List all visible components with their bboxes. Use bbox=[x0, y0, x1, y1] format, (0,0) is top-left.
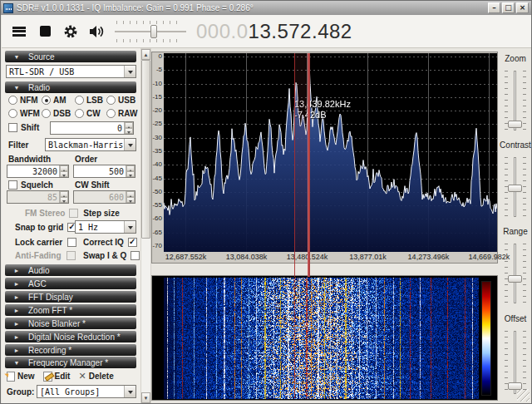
menu-button[interactable] bbox=[11, 22, 27, 41]
cw-shift-spinner[interactable] bbox=[126, 191, 135, 203]
mode-radio-am[interactable]: AM bbox=[42, 96, 66, 105]
edit-pencil-icon bbox=[43, 372, 52, 382]
settings-button[interactable] bbox=[62, 22, 79, 41]
stop-button[interactable] bbox=[37, 22, 53, 41]
titlebar[interactable]: SDR# v1.0.0.1331 - IQ Imbalance: Gain = … bbox=[1, 1, 531, 15]
chevron-down-icon[interactable] bbox=[124, 221, 135, 233]
mode-label: USB bbox=[118, 96, 135, 105]
mute-button[interactable] bbox=[88, 22, 105, 41]
delete-button[interactable]: ✕ Delete bbox=[78, 371, 113, 382]
correct-iq-checkbox[interactable] bbox=[128, 238, 137, 247]
new-button[interactable]: New bbox=[7, 372, 35, 382]
radio-icon[interactable] bbox=[42, 96, 51, 105]
chevron-down-icon[interactable] bbox=[124, 386, 135, 397]
offset-slider[interactable] bbox=[499, 331, 532, 394]
range-slider[interactable] bbox=[499, 244, 532, 303]
mode-radio-wfm[interactable]: WFM bbox=[8, 109, 40, 118]
panel-header-zoomfft[interactable]: ►Zoom FFT * bbox=[5, 304, 136, 316]
frequency-dim-digits[interactable]: 000.0 bbox=[196, 20, 249, 43]
panel-header-audio[interactable]: ►Audio bbox=[5, 264, 136, 276]
panel-header-agc[interactable]: ►AGC bbox=[5, 278, 136, 289]
mode-radio-cw[interactable]: CW bbox=[75, 109, 101, 118]
sidebar-scrollbar[interactable]: ▲ ▼ bbox=[140, 48, 151, 404]
radio-icon[interactable] bbox=[8, 96, 17, 105]
spectrum-plot[interactable]: 13,439.82kHz -7.42dB bbox=[164, 53, 497, 252]
mode-radio-lsb[interactable]: LSB bbox=[75, 96, 103, 105]
panel-header-fftdisplay[interactable]: ►FFT Display bbox=[5, 291, 136, 303]
bandwidth-label: Bandwidth bbox=[8, 155, 51, 164]
radio-icon[interactable] bbox=[106, 96, 116, 105]
mode-radio-raw[interactable]: RAW bbox=[106, 109, 137, 118]
close-button[interactable]: × bbox=[516, 2, 529, 13]
lock-carrier-label: Lock carrier bbox=[15, 238, 62, 247]
panel-header-radio[interactable]: ▼ Radio bbox=[5, 81, 136, 93]
stop-icon bbox=[40, 26, 51, 37]
mode-radio-usb[interactable]: USB bbox=[106, 96, 135, 105]
fm-stereo-checkbox[interactable] bbox=[69, 209, 78, 218]
filter-dropdown[interactable]: Blackman-Harris 4 bbox=[45, 138, 136, 151]
shift-spinner[interactable] bbox=[124, 122, 133, 134]
radio-icon[interactable] bbox=[75, 109, 84, 118]
squelch-checkbox[interactable] bbox=[8, 180, 17, 190]
slider-thumb[interactable] bbox=[508, 185, 522, 192]
tuned-frequency-line[interactable] bbox=[308, 53, 310, 277]
panel-header-recording[interactable]: ►Recording * bbox=[5, 344, 136, 356]
maximize-button[interactable]: □ bbox=[502, 2, 515, 13]
resize-grip[interactable] bbox=[517, 389, 530, 402]
swap-iq-checkbox[interactable] bbox=[131, 251, 140, 260]
spectrum-canvas[interactable] bbox=[164, 53, 497, 252]
shift-input[interactable]: 0 bbox=[50, 121, 134, 135]
chevron-down-icon[interactable] bbox=[124, 66, 135, 77]
slider-thumb[interactable] bbox=[508, 121, 522, 128]
bandwidth-input[interactable]: 32000 bbox=[7, 165, 69, 178]
cw-shift-input[interactable]: 600 bbox=[73, 190, 135, 204]
order-input[interactable]: 500 bbox=[73, 165, 135, 178]
volume-slider[interactable] bbox=[115, 21, 186, 42]
panel-label-source: Source bbox=[28, 52, 55, 62]
anti-fading-checkbox[interactable] bbox=[66, 251, 76, 260]
slider-thumb[interactable] bbox=[508, 275, 522, 283]
panel-label: FFT Display bbox=[28, 293, 73, 302]
radio-icon[interactable] bbox=[8, 109, 17, 118]
radio-icon[interactable] bbox=[42, 109, 51, 118]
step-size-dropdown[interactable]: 1 Hz bbox=[75, 220, 136, 234]
order-spinner[interactable] bbox=[126, 165, 135, 177]
contrast-slider[interactable] bbox=[499, 157, 532, 217]
step-size-value: 1 Hz bbox=[76, 221, 124, 233]
radio-icon[interactable] bbox=[106, 109, 116, 118]
frequency-display[interactable]: 000.013.572.482 bbox=[196, 20, 352, 43]
waterfall-canvas[interactable] bbox=[164, 278, 479, 399]
radio-icon[interactable] bbox=[75, 96, 84, 105]
chevron-down-icon[interactable] bbox=[124, 139, 135, 150]
collapse-triangle-icon: ► bbox=[5, 321, 28, 327]
mode-label: CW bbox=[86, 109, 101, 118]
panel-header-source[interactable]: ▼ Source bbox=[5, 51, 136, 62]
scroll-down-arrow[interactable]: ▼ bbox=[141, 392, 150, 403]
squelch-input[interactable]: 85 bbox=[7, 190, 69, 204]
zoom-slider[interactable] bbox=[499, 71, 532, 131]
volume-thumb[interactable] bbox=[150, 25, 157, 38]
mode-radio-nfm[interactable]: NFM bbox=[8, 96, 38, 105]
slider-label: Contrast bbox=[499, 140, 532, 150]
collapse-triangle-icon: ► bbox=[5, 347, 28, 353]
scroll-up-arrow[interactable]: ▲ bbox=[141, 49, 150, 60]
panel-header-frequency-manager[interactable]: ▼ Frequency Manager * bbox=[5, 357, 136, 368]
group-dropdown[interactable]: [All Groups] bbox=[37, 385, 136, 398]
scrollbar-thumb[interactable] bbox=[141, 60, 150, 239]
lock-carrier-checkbox[interactable] bbox=[67, 238, 76, 247]
minimize-button[interactable]: – bbox=[488, 2, 500, 13]
shift-checkbox[interactable] bbox=[8, 123, 17, 132]
frequency-digits[interactable]: 13.572.482 bbox=[249, 20, 352, 43]
squelch-spinner[interactable] bbox=[59, 191, 68, 203]
edit-button[interactable]: Edit bbox=[43, 372, 71, 382]
panel-header-digitalnoisereduction[interactable]: ►Digital Noise Reduction * bbox=[5, 331, 136, 342]
bandwidth-spinner[interactable] bbox=[59, 165, 68, 177]
tuning-band-edge-line[interactable] bbox=[294, 53, 295, 277]
source-device-dropdown[interactable]: RTL-SDR / USB bbox=[6, 65, 136, 78]
snap-to-grid-row: Snap to grid bbox=[15, 223, 76, 232]
mode-radio-dsb[interactable]: DSB bbox=[42, 109, 71, 118]
panel-header-noiseblanker[interactable]: ►Noise Blanker * bbox=[5, 318, 136, 329]
y-tick-label: -15 bbox=[152, 94, 162, 101]
slider-track[interactable] bbox=[514, 244, 516, 303]
x-tick-label: 13,877.01k bbox=[349, 253, 387, 261]
